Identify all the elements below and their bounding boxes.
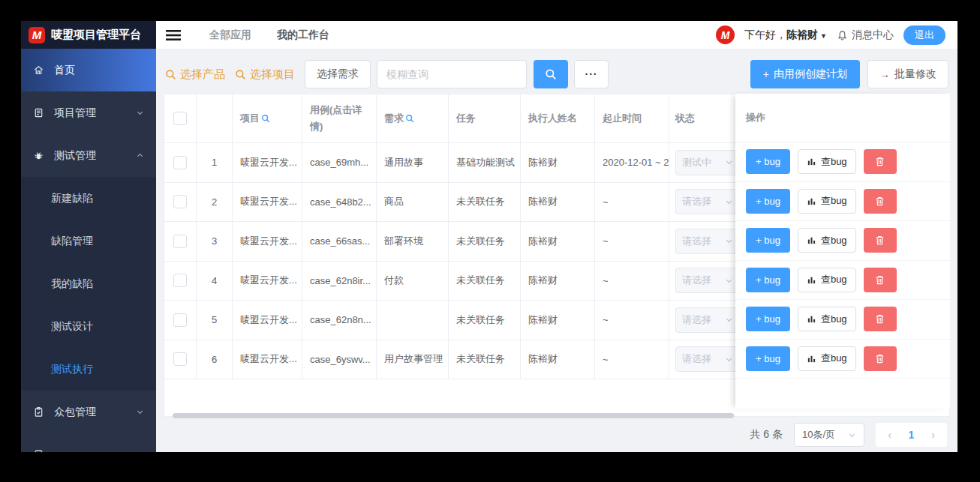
view-bug-button[interactable]: 查bug xyxy=(798,228,856,253)
next-page-button[interactable]: › xyxy=(922,429,944,441)
cell-task: 未关联任务 xyxy=(449,183,521,222)
status-select-value: 请选择 xyxy=(682,313,711,327)
view-bug-button[interactable]: 查bug xyxy=(798,268,856,292)
column-header-label: 任务 xyxy=(456,110,476,127)
sidebar-item-6[interactable]: 测试设计 xyxy=(21,305,156,348)
add-bug-button[interactable]: + bug xyxy=(746,189,790,214)
cell-status: 测试中 xyxy=(669,143,736,182)
status-select[interactable]: 请选择 xyxy=(675,189,736,214)
search-icon xyxy=(545,68,557,80)
row-checkbox[interactable] xyxy=(173,274,187,287)
sidebar-item-4[interactable]: 缺陷管理 xyxy=(21,220,156,262)
cell-requirement: 付款 xyxy=(377,262,449,301)
add-bug-button[interactable]: + bug xyxy=(746,149,790,174)
add-bug-button[interactable]: + bug xyxy=(746,346,790,371)
cell-case_id[interactable]: case_62n8ir... xyxy=(302,262,377,301)
row-checkbox[interactable] xyxy=(173,352,187,366)
row-checkbox-cell xyxy=(164,262,197,301)
sidebar-item-7[interactable]: 测试执行 xyxy=(21,348,156,391)
user-greeting[interactable]: 下午好，陈裕财▼ xyxy=(744,28,827,42)
cell-case_id[interactable]: case_66sas... xyxy=(302,222,377,261)
hamburger-menu-icon[interactable] xyxy=(166,29,181,41)
cell-project: 唛盟云开发... xyxy=(233,262,302,301)
cell-case_id[interactable]: case_6yswv... xyxy=(302,340,377,379)
delete-button[interactable] xyxy=(864,307,897,331)
delete-button[interactable] xyxy=(864,189,897,214)
cell-index: 4 xyxy=(197,262,233,301)
cell-case_id[interactable]: case_648b2... xyxy=(302,183,377,222)
add-bug-button[interactable]: + bug xyxy=(746,307,790,331)
row-checkbox[interactable] xyxy=(173,195,187,208)
select-project-link[interactable]: 选择项目 xyxy=(235,67,295,82)
delete-button[interactable] xyxy=(864,268,897,292)
chevron-down-icon xyxy=(725,237,733,245)
logout-button[interactable]: 退出 xyxy=(903,25,945,45)
row-checkbox-cell xyxy=(164,222,197,261)
cell-case_id[interactable]: case_62n8n... xyxy=(302,301,377,340)
document-icon xyxy=(33,449,44,452)
row-checkbox[interactable] xyxy=(173,235,187,248)
message-center-label: 消息中心 xyxy=(852,28,894,42)
chevron-down-icon xyxy=(725,158,733,166)
bar-chart-icon xyxy=(807,196,816,206)
chevron-down-icon xyxy=(725,277,733,285)
delete-button[interactable] xyxy=(864,149,897,174)
sidebar-item-5[interactable]: 我的缺陷 xyxy=(21,262,156,305)
row-checkbox-cell xyxy=(164,183,197,222)
sidebar-item-9[interactable] xyxy=(21,433,156,452)
sidebar-item-8[interactable]: 众包管理 xyxy=(21,391,156,433)
delete-button[interactable] xyxy=(864,228,897,253)
bell-icon xyxy=(837,29,848,41)
row-checkbox[interactable] xyxy=(173,156,187,169)
trash-icon xyxy=(875,274,885,286)
avatar[interactable]: M xyxy=(716,25,735,44)
nav-my-workbench[interactable]: 我的工作台 xyxy=(277,28,329,42)
status-select[interactable]: 请选择 xyxy=(675,346,736,372)
page-size-select[interactable]: 10条/页 xyxy=(794,423,864,447)
more-filters-button[interactable]: ··· xyxy=(574,60,609,88)
main-content: 选择产品 选择项目 选择需求 ··· + 由用例创建计划 xyxy=(156,49,957,452)
add-bug-button[interactable]: + bug xyxy=(746,228,790,253)
bar-chart-icon xyxy=(807,235,816,245)
app-window: M 唛盟项目管理平台 全部应用 我的工作台 M 下午好，陈裕财▼ 消息中心 退出… xyxy=(21,21,957,452)
status-select[interactable]: 请选择 xyxy=(675,229,736,254)
select-all-checkbox[interactable] xyxy=(173,112,187,125)
horizontal-scrollbar[interactable] xyxy=(173,413,734,418)
cell-case_id[interactable]: case_69mh... xyxy=(302,143,377,182)
search-button[interactable] xyxy=(534,60,568,88)
sidebar-item-1[interactable]: 项目管理 xyxy=(21,91,156,134)
view-bug-button[interactable]: 查bug xyxy=(798,189,856,214)
sidebar-item-label: 首页 xyxy=(54,64,75,77)
cell-dates: ~ xyxy=(595,183,669,222)
delete-button[interactable] xyxy=(864,346,897,371)
add-bug-button[interactable]: + bug xyxy=(746,268,790,292)
chevron-down-icon xyxy=(725,198,733,206)
status-select[interactable]: 请选择 xyxy=(675,307,736,333)
cell-requirement xyxy=(377,301,449,340)
view-bug-button[interactable]: 查bug xyxy=(798,346,856,371)
select-requirement-button[interactable]: 选择需求 xyxy=(305,60,371,88)
prev-page-button[interactable]: ‹ xyxy=(879,429,900,441)
batch-edit-label: 批量修改 xyxy=(894,67,936,81)
batch-edit-button[interactable]: → 批量修改 xyxy=(867,60,948,88)
create-plan-button[interactable]: + 由用例创建计划 xyxy=(750,60,860,88)
sidebar: 首页项目管理测试管理新建缺陷缺陷管理我的缺陷测试设计测试执行众包管理 xyxy=(21,49,156,452)
sidebar-item-label: 缺陷管理 xyxy=(51,235,93,248)
nav-all-apps[interactable]: 全部应用 xyxy=(209,28,251,42)
sidebar-item-3[interactable]: 新建缺陷 xyxy=(21,177,156,220)
message-center[interactable]: 消息中心 xyxy=(837,28,894,42)
cell-status: 请选择 xyxy=(669,301,736,340)
status-select[interactable]: 测试中 xyxy=(675,150,736,175)
row-checkbox[interactable] xyxy=(173,313,187,327)
select-product-link[interactable]: 选择产品 xyxy=(165,67,225,82)
sidebar-item-2[interactable]: 测试管理 xyxy=(21,134,156,177)
current-page[interactable]: 1 xyxy=(900,429,922,441)
status-select[interactable]: 请选择 xyxy=(675,268,736,293)
view-bug-button[interactable]: 查bug xyxy=(798,307,856,331)
cell-task: 基础功能测试 xyxy=(449,143,521,182)
operations-row: + bug查bug xyxy=(735,300,950,340)
view-bug-button[interactable]: 查bug xyxy=(798,149,856,174)
sidebar-item-label: 测试设计 xyxy=(51,320,93,334)
sidebar-item-0[interactable]: 首页 xyxy=(21,49,156,91)
search-input[interactable] xyxy=(377,60,527,88)
